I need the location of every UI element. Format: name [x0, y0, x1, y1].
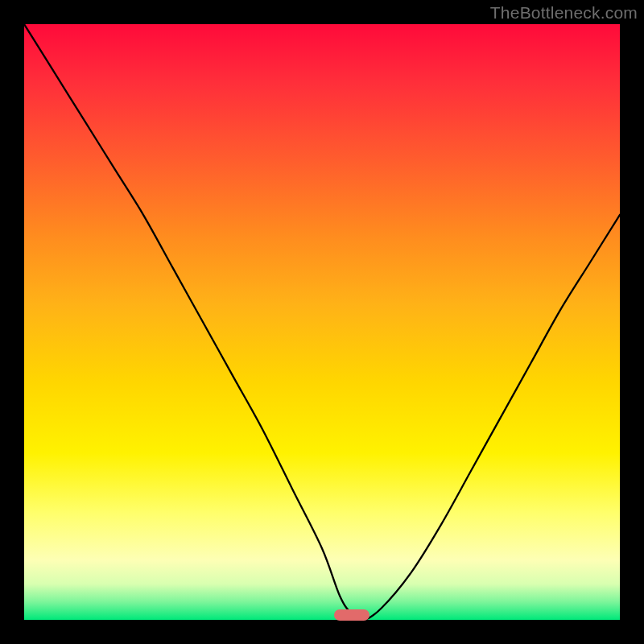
chart-frame: TheBottleneck.com — [0, 0, 644, 644]
optimal-marker — [334, 609, 369, 621]
plot-area — [24, 24, 620, 620]
watermark-text: TheBottleneck.com — [490, 3, 638, 23]
bottleneck-curve — [24, 24, 620, 620]
